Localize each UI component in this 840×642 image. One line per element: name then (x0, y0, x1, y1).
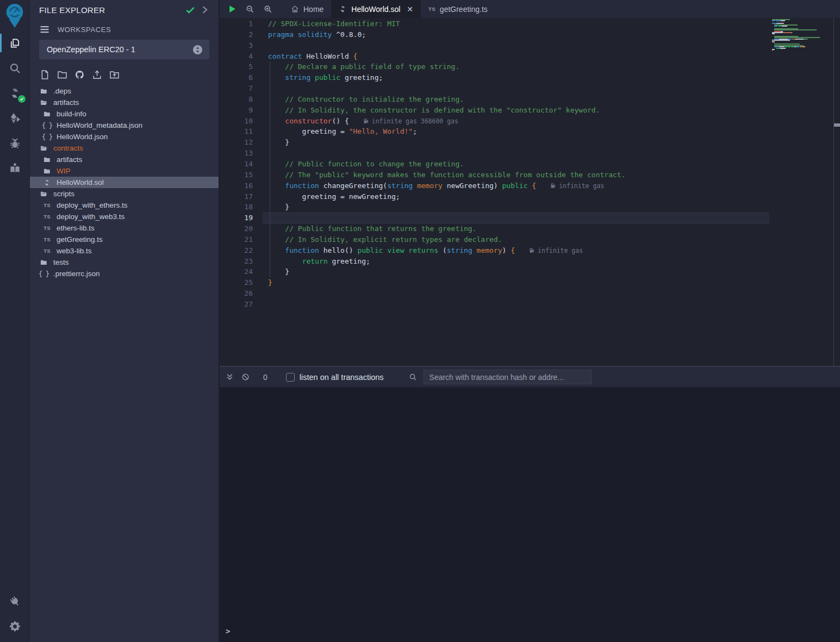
code-line-24: } (263, 266, 769, 277)
tree-item-wip[interactable]: WIP (30, 165, 219, 177)
typescript-file-icon: TS (42, 224, 52, 232)
code-line-3 (263, 40, 769, 51)
activity-bar (0, 0, 30, 642)
tree-item-deploy-with-web3.ts[interactable]: TSdeploy_with_web3.ts (30, 211, 219, 222)
listen-transactions-label: listen on all transactions (300, 373, 384, 382)
learneth-button[interactable] (0, 155, 30, 180)
zoom-in-button[interactable] (259, 0, 277, 18)
line-number: 18 (220, 202, 263, 213)
tab-helloworld-sol[interactable]: HelloWorld.sol✕ (331, 0, 421, 18)
typescript-file-icon: TS (42, 235, 52, 244)
workspaces-label: WORKSPACES (58, 26, 111, 34)
folder-open-icon (39, 190, 48, 198)
code-line-25: } (263, 277, 769, 288)
search-button[interactable] (0, 55, 30, 80)
line-number: 27 (220, 299, 263, 310)
tree-item-label: scripts (53, 190, 74, 198)
run-script-button[interactable] (223, 0, 241, 18)
settings-button[interactable] (0, 614, 30, 639)
json-file-icon: { } (42, 121, 52, 129)
tree-item-helloworld.sol[interactable]: HelloWorld.sol (30, 177, 219, 188)
code-line-18: } (263, 202, 769, 213)
line-number: 9 (220, 105, 263, 116)
line-number: 10 (220, 116, 263, 127)
folder-open-icon (39, 98, 48, 107)
gas-estimate-ghost: infinite gas (529, 247, 583, 254)
line-number: 8 (220, 94, 263, 105)
tab-label: getGreeting.ts (440, 5, 488, 14)
code-line-4: contract HelloWorld { (263, 51, 769, 62)
learneth-icon (9, 162, 21, 174)
code-line-26 (263, 288, 769, 299)
tree-item-build-info[interactable]: build-info (30, 108, 219, 120)
tree-item-label: build-info (57, 110, 86, 118)
home-icon (291, 5, 299, 13)
tab-close-icon[interactable]: ✕ (407, 5, 413, 14)
code-line-2: pragma solidity ^0.8.0; (263, 29, 769, 40)
tree-item-getgreeting.ts[interactable]: TSgetGreeting.ts (30, 234, 219, 245)
line-number: 6 (220, 72, 263, 83)
code-line-7 (263, 83, 769, 94)
solidity-compiler-button[interactable] (0, 80, 30, 105)
tab-label: HelloWorld.sol (351, 5, 400, 14)
editor-scrollbar-thumb[interactable] (834, 123, 840, 127)
code-editor[interactable]: 1234567891011121314151617181920212223242… (220, 18, 840, 366)
file-operations-toolbar (30, 59, 219, 80)
tree-item-tests[interactable]: tests (30, 257, 219, 268)
zoom-out-button[interactable] (241, 0, 259, 18)
tab-getgreeting-ts[interactable]: TSgetGreeting.ts (421, 0, 495, 18)
editor-scrollbar-rail (833, 18, 834, 366)
tree-item-helloworld-metadata.json[interactable]: { }HelloWorld_metadata.json (30, 120, 219, 131)
line-number: 26 (220, 288, 263, 299)
listen-transactions-checkbox[interactable] (286, 373, 295, 382)
tree-item-label: artifacts (57, 155, 82, 164)
folder-icon (39, 258, 48, 266)
upload-file-icon[interactable] (91, 69, 103, 80)
debugger-button[interactable] (0, 130, 30, 155)
code-content: // SPDX-License-Identifier: MITpragma so… (263, 18, 769, 310)
plugin-manager-button[interactable] (0, 589, 30, 614)
new-folder-icon[interactable] (57, 69, 68, 80)
workspace-dropdown[interactable]: OpenZeppelin ERC20 - 1 (39, 40, 209, 59)
tab-home[interactable]: Home (283, 0, 331, 18)
tree-item-deploy-with-ethers.ts[interactable]: TSdeploy_with_ethers.ts (30, 200, 219, 211)
line-number-gutter: 1234567891011121314151617181920212223242… (220, 18, 263, 310)
file-explorer-icon (9, 37, 21, 49)
clear-console-icon[interactable] (241, 373, 250, 381)
file-explorer-button[interactable] (0, 30, 30, 55)
upload-folder-icon[interactable] (109, 69, 120, 80)
code-line-12: } (263, 137, 769, 148)
folder-icon (39, 87, 48, 95)
line-number: 5 (220, 61, 263, 72)
tree-item-.prettierrc.json[interactable]: { }.prettierrc.json (30, 268, 219, 279)
panel-chevron-right-icon[interactable] (199, 4, 210, 15)
tree-item-label: WIP (57, 167, 71, 175)
github-clone-icon[interactable] (74, 69, 85, 80)
line-number: 25 (220, 277, 263, 288)
typescript-file-icon: TS (42, 201, 52, 209)
minimap[interactable] (772, 19, 829, 54)
tree-item-.deps[interactable]: .deps (30, 85, 219, 97)
new-file-icon[interactable] (39, 69, 51, 80)
line-number: 12 (220, 137, 263, 148)
tree-item-label: HelloWorld_metadata.json (57, 121, 142, 129)
tree-item-helloworld.json[interactable]: { }HelloWorld.json (30, 131, 219, 142)
code-line-27 (263, 299, 769, 310)
tree-item-artifacts[interactable]: artifacts (30, 154, 219, 165)
code-line-1: // SPDX-License-Identifier: MIT (263, 18, 769, 29)
deploy-run-button[interactable] (0, 105, 30, 130)
line-number: 21 (220, 234, 263, 245)
code-line-5: // Declare a public field of type string… (263, 61, 769, 72)
hamburger-menu-icon[interactable] (39, 24, 50, 35)
terminal-expand-icon[interactable] (226, 373, 234, 381)
terminal-search-input[interactable] (424, 370, 592, 384)
tree-item-scripts[interactable]: scripts (30, 188, 219, 200)
tree-item-label: tests (53, 258, 69, 266)
tree-item-contracts[interactable]: contracts (30, 142, 219, 154)
remix-logo-icon[interactable] (0, 0, 30, 30)
tree-item-web3-lib.ts[interactable]: TSweb3-lib.ts (30, 245, 219, 257)
workspace-ok-check-icon[interactable] (185, 4, 196, 15)
tree-item-artifacts[interactable]: artifacts (30, 97, 219, 108)
code-line-16: function changeGreeting(string memory ne… (263, 180, 769, 191)
tree-item-ethers-lib.ts[interactable]: TSethers-lib.ts (30, 222, 219, 234)
